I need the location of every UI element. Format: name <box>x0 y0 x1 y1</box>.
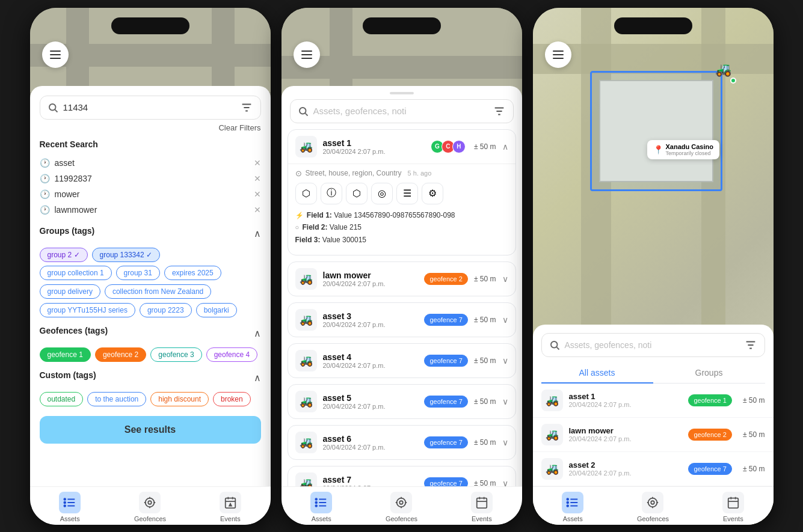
result-header-asset1[interactable]: 🚜 asset 1 20/04/2024 2:07 p.m. G C H ± 5… <box>288 130 515 164</box>
hamburger-button-2[interactable] <box>294 41 320 68</box>
groups-other-tags: group collection 1 group 31 expires 2025… <box>40 266 261 317</box>
dist-1: ± 50 m <box>474 142 496 151</box>
svg-line-44 <box>556 347 559 349</box>
action-share-btn[interactable]: ⬡ <box>346 183 368 204</box>
chevron-down-5[interactable]: ∨ <box>502 397 508 406</box>
tag-group-series[interactable]: group YYTu155HJ series <box>40 303 135 317</box>
tag-expires2025[interactable]: expires 2025 <box>164 266 221 280</box>
tag-geofence7-3: geofence 7 <box>424 314 467 326</box>
result-header-asset6[interactable]: 🚜 asset 6 20/04/2024 2:07 p.m. geofence … <box>288 426 515 459</box>
tab-all-assets[interactable]: All assets <box>541 363 653 384</box>
clock-icon-3: 🕐 <box>40 189 50 199</box>
tag-group2223[interactable]: group 2223 <box>140 303 192 317</box>
pin-icon: 📍 <box>653 145 663 154</box>
nav-assets-2[interactable]: Assets <box>282 492 362 522</box>
results-panel: Assets, geofences, noti 🚜 asset 1 20/04/… <box>282 86 522 525</box>
result-card-asset6: 🚜 asset 6 20/04/2024 2:07 p.m. geofence … <box>288 425 516 460</box>
tag-auction[interactable]: to the auction <box>87 392 146 406</box>
overlay-asset-name-2: asset 2 <box>569 460 683 469</box>
user-avatars-1: G C H <box>431 140 466 153</box>
geofences-title: Geofences (tags) <box>40 326 108 335</box>
action-target-btn[interactable]: ◎ <box>371 183 393 204</box>
nav-geofences-3[interactable]: Geofences <box>613 492 693 522</box>
phone-notch-3 <box>614 17 692 34</box>
bottom-nav-3: Assets Geofences <box>533 486 774 525</box>
tag-group133342[interactable]: group 133342 ✓ <box>92 248 160 262</box>
svg-point-22 <box>300 108 306 114</box>
hamburger-button[interactable] <box>42 41 69 68</box>
svg-point-8 <box>64 498 66 500</box>
action-geofence-btn[interactable]: ⬡ <box>295 183 317 204</box>
clock-icon-2: 🕐 <box>40 174 50 183</box>
mower-status-dot <box>730 78 736 84</box>
results-search-bar[interactable]: Assets, geofences, noti <box>290 99 514 123</box>
svg-line-1 <box>55 109 57 112</box>
result-header-asset5[interactable]: 🚜 asset 5 20/04/2024 2:07 p.m. geofence … <box>288 385 515 418</box>
see-results-button[interactable]: See results <box>40 416 261 444</box>
chevron-down-lawnmower[interactable]: ∨ <box>502 274 508 284</box>
result-header-asset3[interactable]: 🚜 asset 3 20/04/2024 2:07 p.m. geofence … <box>288 303 515 337</box>
nav-events-1[interactable]: Events <box>190 492 270 522</box>
nav-label-assets-3: Assets <box>563 515 583 522</box>
tag-geofence1[interactable]: geofence 1 <box>40 347 91 362</box>
nav-label-events-3: Events <box>723 515 743 522</box>
tag-bolgarki[interactable]: bolgarki <box>196 303 237 317</box>
close-icon-4[interactable]: ✕ <box>254 205 261 215</box>
nav-events-3[interactable]: Events <box>693 492 773 522</box>
nav-geofences-1[interactable]: Geofences <box>110 492 190 522</box>
overlay-search-placeholder: Assets, geofences, noti <box>565 340 739 350</box>
result-header-asset4[interactable]: 🚜 asset 4 20/04/2024 2:07 p.m. geofence … <box>288 344 515 378</box>
tag-group-delivery[interactable]: group delivery <box>40 284 100 299</box>
chevron-up-1[interactable]: ∧ <box>502 142 508 151</box>
asset-info-lawnmower: lawn mower 20/04/2024 2:07 p.m. <box>323 271 419 287</box>
svg-point-53 <box>567 505 569 507</box>
filter-icon-2[interactable] <box>493 105 506 118</box>
tag-group31[interactable]: group 31 <box>116 266 160 280</box>
phone-results: Assets, geofences, noti 🚜 asset 1 20/04/… <box>282 8 522 525</box>
close-icon-3[interactable]: ✕ <box>254 189 261 199</box>
result-card-asset4: 🚜 asset 4 20/04/2024 2:07 p.m. geofence … <box>288 343 516 378</box>
tag-geofence4[interactable]: geofence 4 <box>206 347 257 362</box>
nav-events-2[interactable]: Events <box>441 492 521 522</box>
tag-broken[interactable]: broken <box>213 392 251 406</box>
geofence-outline <box>590 71 722 191</box>
clear-filters-btn[interactable]: Clear Filters <box>40 123 261 132</box>
geofences-chevron-icon[interactable]: ∧ <box>254 328 261 339</box>
asset-date-5: 20/04/2024 2:07 p.m. <box>323 403 419 410</box>
tab-groups[interactable]: Groups <box>653 363 765 383</box>
action-list-btn[interactable]: ☰ <box>396 183 418 204</box>
tag-geofence2[interactable]: geofence 2 <box>95 347 146 362</box>
assets-icon-3 <box>566 496 579 509</box>
custom-chevron-icon[interactable]: ∧ <box>254 372 261 384</box>
result-header-lawnmower[interactable]: 🚜 lawn mower 20/04/2024 2:07 p.m. geofen… <box>288 262 515 296</box>
close-icon-2[interactable]: ✕ <box>254 174 261 183</box>
filter-icon-3[interactable] <box>744 338 757 352</box>
chevron-down-3[interactable]: ∨ <box>502 315 508 325</box>
chevron-down-6[interactable]: ∨ <box>502 438 508 447</box>
tag-group-collection1[interactable]: group collection 1 <box>40 266 112 280</box>
tag-geofence3[interactable]: geofence 3 <box>150 347 202 362</box>
nav-assets-3[interactable]: Assets <box>533 492 613 522</box>
groups-chevron-icon[interactable]: ∧ <box>254 228 261 239</box>
overlay-asset-name-1: asset 1 <box>569 392 683 401</box>
filter-icon-1[interactable] <box>240 101 253 114</box>
action-info-btn[interactable]: ⓘ <box>321 183 342 204</box>
overlay-search-bar[interactable]: Assets, geofences, noti <box>541 333 765 357</box>
search-bar-1[interactable]: 11434 <box>40 96 261 120</box>
nav-geofences-2[interactable]: Geofences <box>362 492 441 522</box>
hamburger-button-3[interactable] <box>545 41 571 68</box>
field-row-1: ⚡ Field 1: Value 134567890-098765567890-… <box>295 210 508 221</box>
field-row-2: ○ Field 2: Value 215 <box>295 222 508 233</box>
tag-collection-nz[interactable]: collection from New Zealand <box>105 284 211 299</box>
nav-assets-1[interactable]: Assets <box>30 492 110 522</box>
location-icon-1: ⊙ <box>295 169 302 178</box>
tag-group2[interactable]: group 2 ✓ <box>40 248 88 262</box>
tag-outdated[interactable]: outdated <box>40 392 84 406</box>
close-icon-1[interactable]: ✕ <box>254 158 261 168</box>
recent-item-lawnmower: 🕐 lawnmower ✕ <box>40 202 261 218</box>
recent-item-mower: 🕐 mower ✕ <box>40 186 261 202</box>
chevron-down-4[interactable]: ∨ <box>502 356 508 365</box>
tag-high-discount[interactable]: high discount <box>150 392 209 406</box>
action-settings-btn[interactable]: ⚙ <box>422 183 443 204</box>
nav-label-events-2: Events <box>472 515 492 522</box>
